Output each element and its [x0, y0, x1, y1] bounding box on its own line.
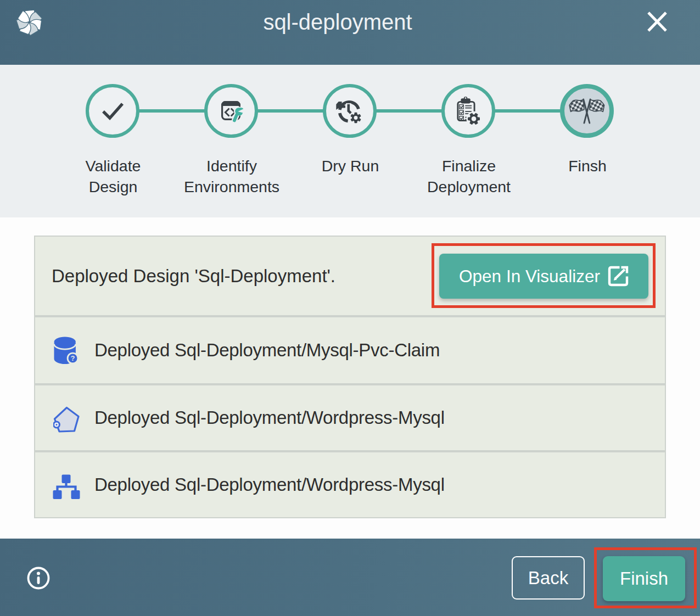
svg-text:?: ?: [71, 355, 75, 362]
